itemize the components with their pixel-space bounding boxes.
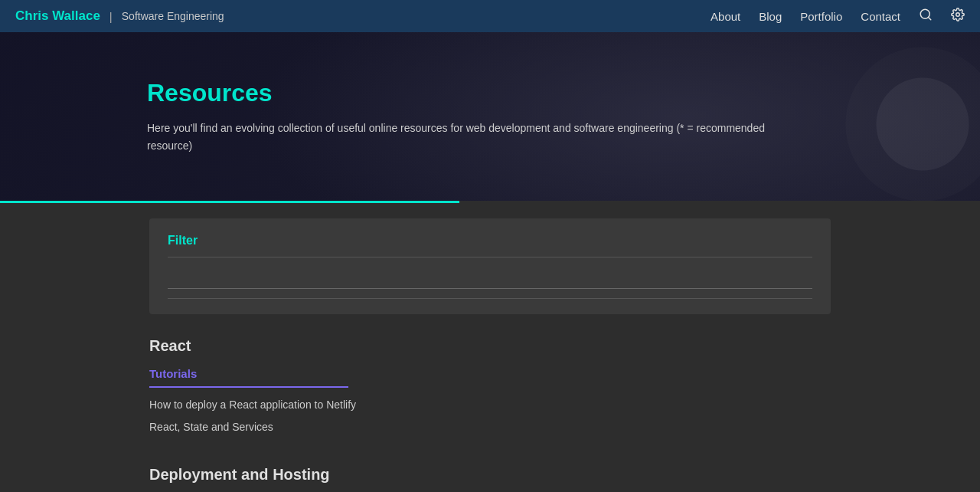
hero-title: Resources (147, 79, 775, 107)
navbar: Chris Wallace | Software Engineering Abo… (0, 0, 980, 32)
category-deployment: Deployment and Hosting Tutorials (149, 466, 831, 492)
filter-container: Filter (149, 218, 831, 314)
settings-icon[interactable] (951, 8, 965, 25)
hero-description: Here you'll find an evolving collection … (147, 120, 775, 154)
filter-title: Filter (168, 234, 812, 257)
filter-input-row (168, 267, 812, 289)
category-react-title: React (149, 337, 831, 355)
resource-link-react-state[interactable]: React, State and Services (149, 421, 273, 433)
list-item: How to deploy a React application to Net… (149, 397, 831, 413)
hero-section: Resources Here you'll find an evolving c… (0, 32, 980, 201)
resource-link-deploy-react[interactable]: How to deploy a React application to Net… (149, 399, 356, 411)
nav-link-about[interactable]: About (710, 10, 740, 23)
nav-link-blog[interactable]: Blog (759, 10, 782, 23)
subcategory-tutorials-react-label: Tutorials (149, 367, 348, 388)
hero-content: Resources Here you'll find an evolving c… (0, 48, 922, 185)
nav-separator: | (109, 10, 113, 23)
svg-point-2 (956, 13, 960, 17)
search-icon[interactable] (919, 8, 933, 25)
resources-section: React Tutorials How to deploy a React ap… (149, 337, 831, 492)
filter-input[interactable] (168, 267, 812, 289)
filter-divider (168, 298, 812, 299)
subcategory-tutorials-react: Tutorials How to deploy a React applicat… (149, 367, 831, 435)
svg-line-1 (928, 17, 930, 19)
main-content: Filter React Tutorials How to deploy a R… (0, 203, 980, 492)
list-item: React, State and Services (149, 419, 831, 435)
navbar-right: About Blog Portfolio Contact (710, 8, 965, 25)
resource-list-react-tutorials: How to deploy a React application to Net… (149, 397, 831, 435)
nav-brand[interactable]: Chris Wallace (15, 8, 100, 24)
nav-link-portfolio[interactable]: Portfolio (800, 10, 842, 23)
nav-link-contact[interactable]: Contact (861, 10, 900, 23)
category-react: React Tutorials How to deploy a React ap… (149, 337, 831, 435)
nav-subtitle: Software Engineering (122, 10, 224, 22)
category-deployment-title: Deployment and Hosting (149, 466, 831, 484)
navbar-left: Chris Wallace | Software Engineering (15, 8, 224, 24)
